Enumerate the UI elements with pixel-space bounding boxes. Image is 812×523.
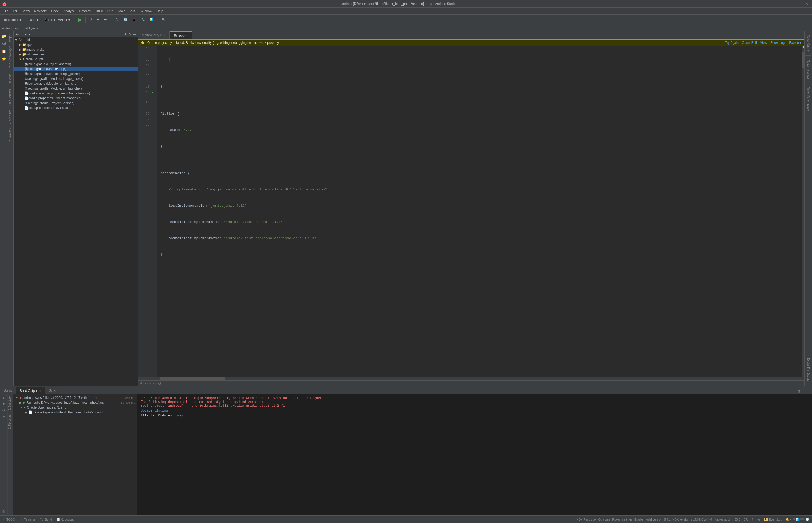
tree-item-build-gradle-url[interactable]: 🐘 build.gradle (Module: url_launcher) xyxy=(14,81,138,86)
status-todo[interactable]: ☑ TODO xyxy=(3,518,15,521)
toolbar-android-btn[interactable]: 🤖 android ▼ xyxy=(2,17,24,22)
toolbar-forward-btn[interactable]: ⬅ xyxy=(95,17,101,22)
toolbar-refresh-btn[interactable]: ↺ xyxy=(88,17,94,22)
toolbar-back-btn[interactable]: ➡ xyxy=(102,17,108,22)
bottom-tab-build-output[interactable]: Build Output × xyxy=(16,387,45,394)
toolbar-profile-btn[interactable]: 📊 xyxy=(148,17,155,22)
build-output-close[interactable]: × xyxy=(39,389,41,392)
status-event-log[interactable]: 1 Event Log xyxy=(763,518,782,521)
status-logcat[interactable]: 📋 6: Logcat xyxy=(57,518,74,521)
project-icon[interactable]: 📁 xyxy=(1,33,7,39)
z-structure-label[interactable]: Z: Structure xyxy=(8,108,13,126)
tree-item-local-properties[interactable]: 📄 local.properties (SDK Location) xyxy=(14,106,138,110)
filter-btn[interactable]: ≡ xyxy=(2,414,6,419)
toolbar-app-btn[interactable]: app ▼ xyxy=(29,17,41,22)
menu-vcs[interactable]: VCS xyxy=(127,8,139,14)
breadcrumb-android[interactable]: android xyxy=(2,26,12,30)
menu-edit[interactable]: Edit xyxy=(11,8,21,14)
editor-scrollbar-h[interactable] xyxy=(138,377,805,380)
status-position[interactable]: 63:8 xyxy=(734,518,740,521)
status-encoding[interactable]: CR xyxy=(743,518,748,521)
tree-item-build-gradle-app[interactable]: 🐘 build.gradle (Module: app) xyxy=(14,67,138,71)
flutter-performance-label[interactable]: Flutter Performance xyxy=(806,85,810,113)
scroll-down-btn[interactable]: ▼ xyxy=(1,401,6,407)
favorites-bottom-label[interactable]: 2: Favorites xyxy=(7,413,13,431)
toolbar-search-btn[interactable]: 🔍 xyxy=(160,17,167,22)
close-button[interactable]: ✕ xyxy=(804,1,810,6)
project-label[interactable]: Project xyxy=(8,31,13,44)
toolbar-sdk-btn[interactable]: 🔧 xyxy=(139,17,147,22)
menu-tools[interactable]: Tools xyxy=(116,8,127,14)
tree-collapse-icon[interactable]: — xyxy=(133,33,136,36)
build-tree-item-gradle-sync[interactable]: ▼ ● Gradle Sync Issues: (1 error) xyxy=(13,405,137,410)
collapse-panel-btn[interactable]: — xyxy=(804,389,810,394)
settings-btn[interactable]: ⚙ xyxy=(797,389,802,394)
menu-file[interactable]: File xyxy=(1,8,11,14)
maximize-button[interactable]: □ xyxy=(796,1,802,6)
resource-manager-label[interactable]: Resource Manager xyxy=(8,44,13,71)
tree-item-image-picker[interactable]: ▶ 📁 image_picker xyxy=(14,47,138,52)
tree-chevron-down-icon[interactable]: ▼ xyxy=(28,33,31,36)
tree-item-gradle-wrapper[interactable]: 📄 gradle-wrapper.properties (Gradle Vers… xyxy=(14,91,138,96)
editor-scrollbar-v[interactable] xyxy=(802,46,805,377)
tab-app[interactable]: 🐘 app × xyxy=(170,31,192,39)
show-log-link[interactable]: Show Log in Explorer xyxy=(770,41,801,44)
update-plugins-link[interactable]: Update plugins xyxy=(141,409,168,413)
device-file-explorer-label[interactable]: Device File Explorer xyxy=(806,356,810,384)
menu-view[interactable]: View xyxy=(21,8,32,14)
menu-build[interactable]: Build xyxy=(94,8,105,14)
build-tree-item-run-build[interactable]: ▶ ▶ Run build D:\workspaces\flutter\flut… xyxy=(13,400,137,405)
tree-item-gradle-properties[interactable]: 📄 gradle.properties (Project Properties) xyxy=(14,96,138,101)
flutter-outline-label[interactable]: Flutter Outline xyxy=(806,33,810,54)
tree-item-build-gradle-image[interactable]: 🐘 build.gradle (Module: image_picker) xyxy=(14,71,138,76)
tree-item-app[interactable]: ▶ 📁 app xyxy=(14,42,138,47)
tab-close-icon-2[interactable]: × xyxy=(186,34,188,37)
menu-window[interactable]: Window xyxy=(138,8,154,14)
favorites-icon[interactable]: ⭐ xyxy=(1,55,7,62)
status-sys-tray[interactable]: 🔔 • 🖥 📊 ⌨ 🕐 xyxy=(785,518,809,521)
sync-close[interactable]: × xyxy=(58,389,59,392)
toolbar-device-btn[interactable]: 📱 Pixel 2 API 24 ▼ xyxy=(42,17,73,22)
resource-manager-icon[interactable]: 🖼 xyxy=(1,40,7,47)
status-ime[interactable]: 英 xyxy=(757,517,760,521)
tree-item-android[interactable]: ▼ Android xyxy=(14,37,138,42)
tree-item-settings-gradle-url[interactable]: ⚙ settings.gradle (Module: url_launcher) xyxy=(14,86,138,91)
tree-item-gradle-scripts[interactable]: ▼ Gradle Scripts xyxy=(14,57,138,62)
trash-btn[interactable]: 🗑 xyxy=(1,509,6,515)
tab-close-icon[interactable]: × xyxy=(164,34,166,37)
run-button[interactable]: ▶ xyxy=(77,17,83,23)
favorites-label[interactable]: 2: Favorites xyxy=(8,126,13,144)
scroll-up-btn[interactable]: ▲ xyxy=(1,395,6,400)
menu-refactor[interactable]: Refactor xyxy=(77,8,94,14)
structure-icon[interactable]: 📋 xyxy=(1,48,7,55)
status-terminal[interactable]: ⬛ Terminal xyxy=(19,518,36,521)
tree-gear-icon[interactable]: ⚙ xyxy=(128,33,131,36)
menu-analyze[interactable]: Analyze xyxy=(61,8,77,14)
toolbar-build-btn[interactable]: 🔨 xyxy=(113,17,121,22)
breadcrumb-file[interactable]: build.gradle xyxy=(23,26,39,30)
structure-bottom-label[interactable]: Z: Structure xyxy=(7,394,13,413)
build-tree-item-sync-failed[interactable]: ▼ ● android: sync failed at 2020/12/29 1… xyxy=(13,395,137,400)
tree-item-settings-gradle[interactable]: ⚙ settings.gradle (Project Settings) xyxy=(14,101,138,106)
menu-navigate[interactable]: Navigate xyxy=(32,8,49,14)
code-content[interactable]: } } flutter { source '../..' } dependenc… xyxy=(157,46,802,377)
try-again-link[interactable]: Try Again xyxy=(725,41,739,44)
scroll-reset-btn[interactable]: ↺ xyxy=(1,408,6,413)
scrollbar-thumb-v[interactable] xyxy=(802,52,805,68)
menu-help[interactable]: Help xyxy=(154,8,165,14)
scrollbar-thumb-h[interactable] xyxy=(160,377,225,380)
breadcrumb-app[interactable]: app xyxy=(15,26,20,30)
build-variants-label[interactable]: Build Variants xyxy=(8,87,13,108)
menu-run[interactable]: Run xyxy=(105,8,116,14)
open-build-link[interactable]: Open 'Build' View xyxy=(742,41,767,44)
toolbar-sync-btn[interactable]: 🔄 xyxy=(122,17,129,22)
toolbar-avd-btn[interactable]: 📱 xyxy=(130,17,138,22)
flutter-inspector-label[interactable]: Flutter Inspector xyxy=(806,57,810,81)
tree-item-build-gradle-project[interactable]: 🐘 build.gradle (Project: android) xyxy=(14,62,138,67)
bottom-tab-build-label[interactable]: Build: xyxy=(0,387,16,394)
code-editor[interactable]: 54 55 56 57 58 59 60 61 62 63 64 65 66 6… xyxy=(138,46,805,377)
bottom-tab-sync[interactable]: Sync × xyxy=(45,387,63,394)
build-tree-item-file[interactable]: ▶ 📄 D:\workspaces\flutter\flutter_lean_p… xyxy=(13,410,137,415)
tree-item-settings-gradle-image[interactable]: ⚙ settings.gradle (Module: image_picker) xyxy=(14,76,138,81)
tree-item-url-launcher[interactable]: ▶ 📁 url_launcher xyxy=(14,52,138,57)
